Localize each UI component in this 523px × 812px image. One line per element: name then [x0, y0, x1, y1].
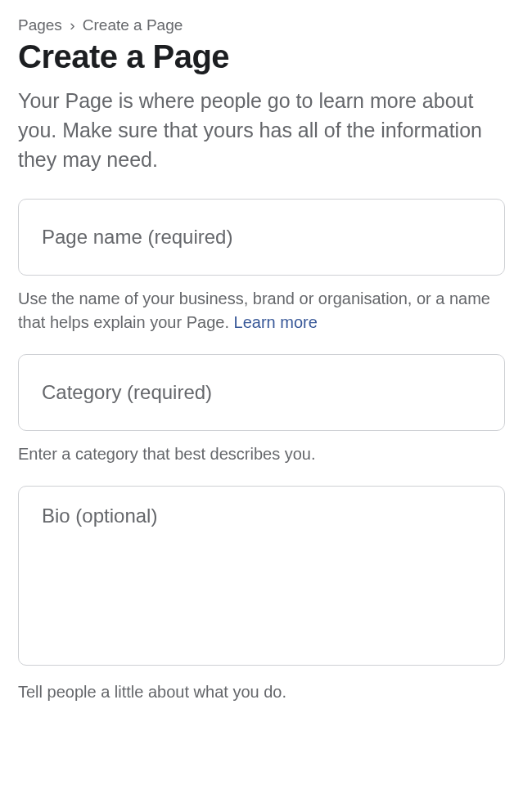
page-name-helper: Use the name of your business, brand or … [18, 287, 505, 334]
page-name-input[interactable] [18, 199, 505, 276]
breadcrumb: Pages › Create a Page [18, 16, 505, 34]
page-description: Your Page is where people go to learn mo… [18, 87, 505, 174]
learn-more-link[interactable]: Learn more [234, 313, 318, 331]
breadcrumb-parent-link[interactable]: Pages [18, 16, 62, 34]
category-field-group: Enter a category that best describes you… [18, 354, 505, 466]
page-title: Create a Page [18, 38, 505, 75]
breadcrumb-separator: › [70, 16, 74, 34]
page-name-field-group: Use the name of your business, brand or … [18, 199, 505, 334]
bio-field-group: Tell people a little about what you do. [18, 486, 505, 704]
category-input[interactable] [18, 354, 505, 431]
category-helper: Enter a category that best describes you… [18, 442, 505, 466]
breadcrumb-current: Create a Page [83, 16, 183, 34]
bio-textarea[interactable] [18, 486, 505, 666]
bio-helper: Tell people a little about what you do. [18, 680, 505, 704]
